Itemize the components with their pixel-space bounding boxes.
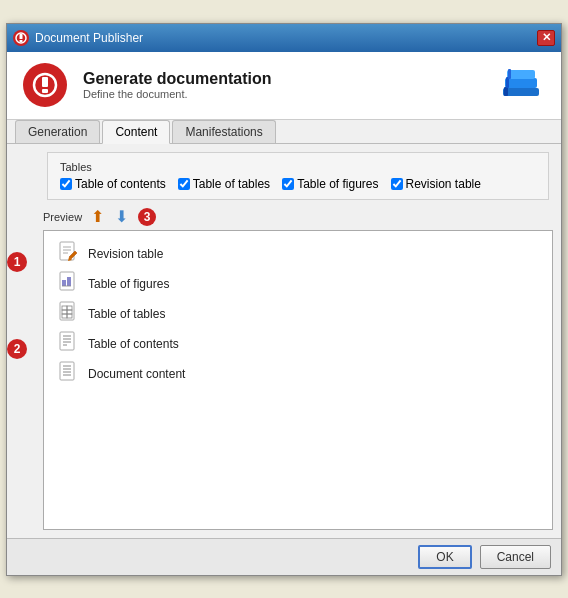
svg-rect-7	[505, 78, 537, 88]
dialog-subtitle: Define the document.	[83, 88, 271, 100]
header-logo	[23, 63, 67, 107]
svg-rect-4	[42, 77, 48, 87]
svg-rect-6	[503, 88, 539, 96]
app-icon	[13, 30, 29, 46]
revision-table-label: Revision table	[88, 247, 163, 261]
tabs-bar: Generation Content Manifestations	[7, 120, 561, 144]
toc-label: Table of contents	[75, 177, 166, 191]
tab-content[interactable]: Content	[102, 120, 170, 144]
cancel-button[interactable]: Cancel	[480, 545, 551, 569]
svg-rect-8	[507, 70, 535, 79]
tot-label: Table of tables	[193, 177, 270, 191]
preview-label: Preview	[43, 211, 82, 223]
checkbox-toc: Table of contents	[60, 177, 166, 191]
tables-label: Tables	[60, 161, 536, 173]
document-content-label: Document content	[88, 367, 185, 381]
preview-header: Preview ⬆ ⬇ 3	[43, 208, 553, 226]
content-wrapper: 1 2 Tables Table of contents Table of ta…	[7, 144, 561, 534]
ok-button[interactable]: OK	[418, 545, 471, 569]
checkbox-tof: Table of figures	[282, 177, 378, 191]
rev-label: Revision table	[406, 177, 481, 191]
svg-rect-9	[504, 87, 508, 96]
tab-manifestations[interactable]: Manifestations	[172, 120, 275, 143]
checkbox-rev: Revision table	[391, 177, 481, 191]
tab-generation[interactable]: Generation	[15, 120, 100, 143]
doc-lines-icon	[56, 332, 80, 356]
doc-content-icon	[56, 362, 80, 386]
list-item[interactable]: Table of tables	[52, 299, 544, 329]
close-button[interactable]: ✕	[537, 30, 555, 46]
step-2-indicator: 2	[7, 339, 27, 359]
list-item[interactable]: Table of contents	[52, 329, 544, 359]
list-item[interactable]: Document content	[52, 359, 544, 389]
footer: OK Cancel	[7, 538, 561, 575]
doc-pen-icon	[56, 242, 80, 266]
header: Generate documentation Define the docume…	[7, 52, 561, 120]
svg-rect-17	[62, 280, 66, 286]
window-title: Document Publisher	[35, 31, 143, 45]
svg-rect-11	[508, 69, 511, 79]
step-1-indicator: 1	[7, 252, 27, 272]
main-window: Document Publisher ✕ Generate documentat…	[6, 23, 562, 576]
svg-rect-2	[20, 40, 23, 42]
svg-rect-27	[60, 332, 74, 350]
book-icon	[497, 60, 545, 111]
preview-list: Revision table Table of figures	[43, 230, 553, 530]
dialog-title: Generate documentation	[83, 70, 271, 88]
rev-checkbox[interactable]	[391, 178, 403, 190]
list-item[interactable]: Revision table	[52, 239, 544, 269]
doc-chart-icon	[56, 272, 80, 296]
down-arrow-icon: ⬇	[115, 207, 128, 226]
svg-rect-5	[42, 89, 48, 93]
move-up-button[interactable]: ⬆	[88, 208, 106, 226]
checkbox-tot: Table of tables	[178, 177, 270, 191]
list-item[interactable]: Table of figures	[52, 269, 544, 299]
move-down-button[interactable]: ⬇	[112, 208, 130, 226]
tof-label: Table of figures	[297, 177, 378, 191]
svg-rect-18	[67, 277, 71, 286]
preview-section: Preview ⬆ ⬇ 3	[43, 208, 553, 530]
svg-rect-1	[20, 34, 23, 39]
table-of-tables-label: Table of tables	[88, 307, 165, 321]
step-3-indicator: 3	[138, 208, 156, 226]
tof-checkbox[interactable]	[282, 178, 294, 190]
svg-rect-32	[60, 362, 74, 380]
table-of-figures-label: Table of figures	[88, 277, 169, 291]
title-bar: Document Publisher ✕	[7, 24, 561, 52]
doc-grid-icon	[56, 302, 80, 326]
tot-checkbox[interactable]	[178, 178, 190, 190]
toc-checkbox[interactable]	[60, 178, 72, 190]
tables-checkboxes: Table of contents Table of tables Table …	[60, 177, 536, 191]
up-arrow-icon: ⬆	[91, 207, 104, 226]
table-of-contents-label: Table of contents	[88, 337, 179, 351]
tables-section: Tables Table of contents Table of tables…	[47, 152, 549, 200]
